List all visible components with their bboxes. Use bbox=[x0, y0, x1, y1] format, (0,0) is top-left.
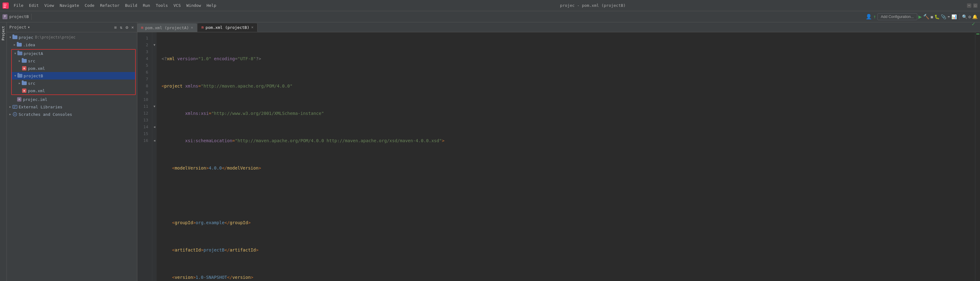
xml-decl-eq1: = bbox=[196, 55, 198, 62]
tree-item-idea[interactable]: ▶ .idea bbox=[7, 41, 137, 48]
debug-button[interactable]: 🐛 bbox=[934, 14, 940, 19]
stop-button[interactable]: ◼ bbox=[931, 14, 933, 19]
menu-tools[interactable]: Tools bbox=[153, 2, 170, 9]
line8-close-bracket: </ bbox=[224, 246, 230, 253]
line2-bracket1: < bbox=[162, 83, 164, 89]
fold-2[interactable]: ▼ bbox=[152, 41, 157, 48]
account-icon[interactable]: 👤 bbox=[865, 14, 872, 19]
settings-button[interactable]: ⚙ bbox=[125, 24, 129, 30]
tab-pom-a-close-button[interactable]: × bbox=[191, 25, 193, 30]
pom-b-maven-icon: m bbox=[22, 88, 27, 93]
menu-code[interactable]: Code bbox=[82, 2, 97, 9]
line-num-13: 13 bbox=[138, 117, 150, 124]
line7-open-bracket: < bbox=[172, 219, 175, 226]
title-bar: IJ File Edit View Navigate Code Refactor… bbox=[0, 0, 980, 11]
panel-dropdown-icon[interactable]: ▾ bbox=[28, 25, 30, 30]
maximize-button[interactable]: □ bbox=[973, 3, 977, 8]
project-name: projectB bbox=[10, 14, 29, 19]
tree-item-pom-a[interactable]: ▶ m pom.xml bbox=[12, 65, 135, 72]
fold-15 bbox=[152, 130, 157, 137]
fold-9 bbox=[152, 89, 157, 96]
tab-pom-project-b[interactable]: m pom.xml (projectB) × bbox=[197, 23, 257, 32]
menu-view[interactable]: View bbox=[42, 2, 57, 9]
attach-debugger-button[interactable]: 📎 bbox=[941, 14, 946, 19]
line9-indent bbox=[162, 274, 172, 281]
build-button[interactable]: 🔨 bbox=[923, 14, 929, 19]
tree-item-pom-b[interactable]: ▶ m pom.xml bbox=[12, 87, 135, 94]
tree-item-src-b[interactable]: ▶ src bbox=[12, 79, 135, 87]
tree-item-scratches[interactable]: ▶ Scratches and Consoles bbox=[7, 111, 137, 118]
fold-16[interactable]: ◀ bbox=[152, 137, 157, 144]
menu-edit[interactable]: Edit bbox=[26, 2, 41, 9]
external-libraries-label: External Libraries bbox=[19, 105, 62, 109]
projectA-folder-icon bbox=[18, 51, 22, 56]
menu-refactor[interactable]: Refactor bbox=[97, 2, 122, 9]
tree-item-external-libraries[interactable]: ▶ External Libraries bbox=[7, 103, 137, 111]
menu-bar: File Edit View Navigate Code Refactor Bu… bbox=[11, 2, 219, 9]
close-panel-button[interactable]: × bbox=[131, 24, 135, 30]
line-num-15: 15 bbox=[138, 130, 150, 137]
settings-icon[interactable]: ⚙ bbox=[969, 14, 971, 19]
panel-title: Project ▾ bbox=[10, 25, 30, 30]
line7-close-bracket: </ bbox=[224, 219, 230, 226]
src-a-label: src bbox=[28, 59, 35, 64]
menu-build[interactable]: Build bbox=[123, 2, 140, 9]
tab-pom-a-label: pom.xml (projectA) bbox=[145, 25, 189, 30]
projec-iml-label: projec.iml bbox=[23, 97, 47, 102]
toolbar-separator-1 bbox=[31, 14, 32, 20]
fold-14[interactable]: ◀ bbox=[152, 124, 157, 130]
line-num-12: 12 bbox=[138, 110, 150, 117]
src-a-arrow-icon: ▶ bbox=[18, 59, 22, 63]
tree-item-projectA[interactable]: ▼ projectA bbox=[12, 50, 135, 57]
projectB-folder-icon bbox=[18, 73, 22, 78]
tree-item-projec-iml[interactable]: ▶ m projec.iml bbox=[7, 96, 137, 103]
idea-folder-icon bbox=[17, 42, 22, 47]
add-configuration-button[interactable]: Add Configuration... bbox=[877, 13, 917, 20]
tab-pom-a-maven-icon: m bbox=[141, 25, 143, 30]
external-libs-icon bbox=[13, 104, 18, 109]
src-b-arrow-icon: ▶ bbox=[18, 81, 22, 86]
fold-11[interactable]: ▼ bbox=[152, 103, 157, 110]
menu-navigate[interactable]: Navigate bbox=[57, 2, 82, 9]
menu-vcs[interactable]: VCS bbox=[171, 2, 183, 9]
menu-window[interactable]: Window bbox=[184, 2, 204, 9]
line8-final: > bbox=[256, 246, 258, 253]
root-label: projec bbox=[19, 35, 33, 40]
line7-indent bbox=[162, 219, 172, 226]
line5-modelversion-close-tag: modelVersion bbox=[227, 165, 259, 171]
menu-file[interactable]: File bbox=[11, 2, 26, 9]
xml-decl-enc-val: "UTF-8" bbox=[237, 55, 256, 62]
line5-indent bbox=[162, 165, 172, 171]
tree-item-src-a[interactable]: ▶ src bbox=[12, 57, 135, 65]
menu-help[interactable]: Help bbox=[204, 2, 219, 9]
coverage-button[interactable]: ☂ bbox=[947, 14, 950, 19]
code-line-9: <version>1.0-SNAPSHOT</version> bbox=[162, 274, 970, 281]
tab-pom-b-close-button[interactable]: × bbox=[251, 25, 253, 30]
line-num-6: 6 bbox=[138, 69, 150, 76]
pom-a-label: pom.xml bbox=[28, 66, 45, 71]
line5-close-open: > bbox=[206, 165, 208, 171]
minimize-button[interactable]: ─ bbox=[967, 3, 971, 8]
line8-open-bracket: < bbox=[172, 246, 175, 253]
sidebar-tab-project[interactable]: Project bbox=[0, 24, 6, 43]
panel-actions: ≡ ⇅ ⚙ × bbox=[113, 24, 135, 30]
run-button[interactable]: ▶ bbox=[918, 13, 922, 20]
line-num-14: 14 bbox=[138, 124, 150, 130]
project-indicator: P projectB bbox=[3, 14, 29, 19]
vcs-update-icon[interactable]: ↑ bbox=[873, 14, 876, 19]
menu-run[interactable]: Run bbox=[140, 2, 153, 9]
line3-eq: = bbox=[209, 110, 211, 117]
sort-button[interactable]: ⇅ bbox=[119, 24, 123, 30]
code-editor[interactable]: <?xml version="1.0" encoding="UTF-8"?> <… bbox=[157, 32, 975, 281]
line-num-11: 11 bbox=[138, 103, 150, 110]
line9-close-open: > bbox=[193, 274, 196, 281]
tree-item-projectB[interactable]: ▼ projectB bbox=[12, 72, 135, 79]
collapse-all-button[interactable]: ≡ bbox=[113, 24, 117, 30]
root-arrow-icon: ▼ bbox=[8, 35, 13, 40]
tree-root[interactable]: ▼ projec D:\projects\projec bbox=[7, 33, 137, 41]
search-icon[interactable]: 🔍 bbox=[962, 14, 967, 19]
tab-pom-project-a[interactable]: m pom.xml (projectA) × bbox=[137, 23, 197, 32]
notifications-icon[interactable]: 🔔 bbox=[972, 14, 977, 19]
line4-eq: = bbox=[232, 137, 235, 144]
profile-button[interactable]: 📊 bbox=[951, 14, 957, 19]
